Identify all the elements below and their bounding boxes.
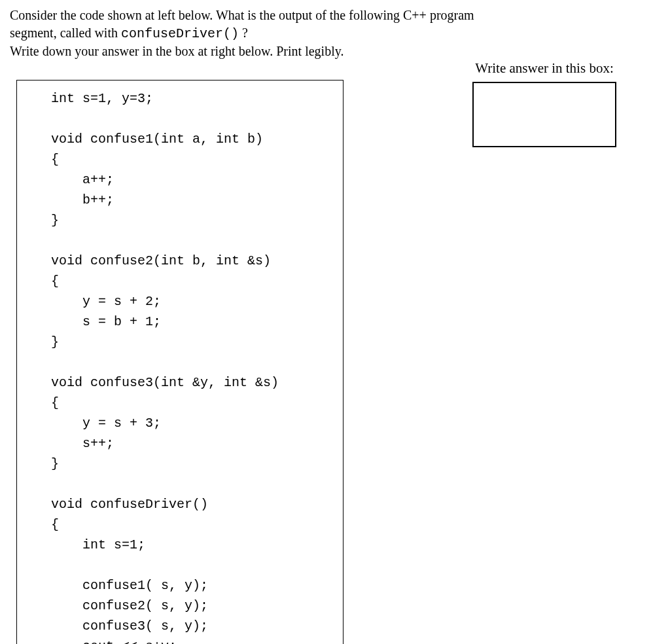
question-line3: Write down your answer in the box at rig… — [10, 44, 344, 58]
question-prompt: Consider the code shown at left below. W… — [10, 7, 660, 60]
answer-box-label: Write answer in this box: — [429, 60, 660, 77]
question-line2-part2: ? — [239, 26, 248, 40]
answer-area: Write answer in this box: — [344, 60, 660, 147]
question-line2-part1: segment, called with — [10, 26, 121, 40]
answer-input-box[interactable] — [472, 82, 616, 147]
code-listing-box: int s=1, y=3; void confuse1(int a, int b… — [16, 80, 344, 644]
code-listing: int s=1, y=3; void confuse1(int a, int b… — [27, 88, 332, 644]
question-inline-code: confuseDriver() — [121, 26, 239, 41]
content-row: int s=1, y=3; void confuse1(int a, int b… — [10, 60, 660, 644]
question-line1: Consider the code shown at left below. W… — [10, 8, 474, 22]
